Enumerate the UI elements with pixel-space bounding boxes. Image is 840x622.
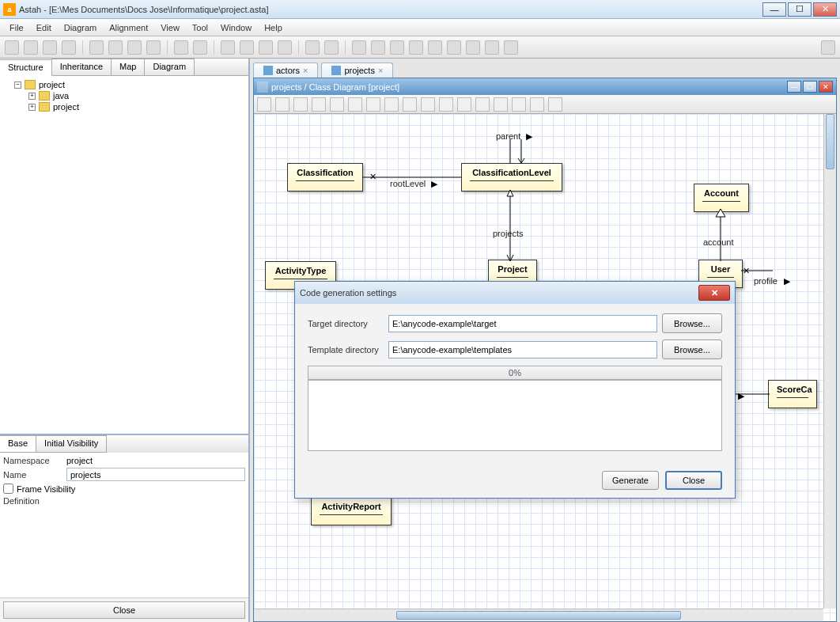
assoc-tool-icon[interactable]	[348, 97, 362, 112]
class-activity-report[interactable]: ActivityReport	[311, 497, 392, 525]
target-dir-input[interactable]	[388, 315, 657, 332]
main-toolbar	[0, 36, 840, 59]
aggregate-tool-icon[interactable]	[421, 97, 435, 112]
class-scorecard[interactable]: ScoreCa	[768, 380, 817, 408]
arrow-icon: ▶	[784, 276, 790, 286]
note-tool-icon[interactable]	[330, 97, 344, 112]
assoc-label-account: account	[703, 237, 734, 247]
class-account[interactable]: Account	[694, 184, 749, 212]
connector-tool-icon[interactable]	[475, 97, 490, 112]
dialog-titlebar[interactable]: Code generation settings ✕	[295, 282, 735, 304]
log-output[interactable]	[308, 380, 722, 451]
port-tool-icon[interactable]	[457, 97, 471, 112]
menu-view[interactable]: View	[154, 21, 186, 34]
class-classification[interactable]: Classification	[287, 163, 363, 192]
depend-tool-icon[interactable]	[366, 97, 380, 112]
zoom-icon[interactable]	[221, 40, 235, 55]
tab-diagram[interactable]: Diagram	[144, 59, 195, 75]
tab-inheritance[interactable]: Inheritance	[51, 59, 112, 75]
align-v-icon[interactable]	[390, 40, 404, 55]
menu-help[interactable]: Help	[258, 21, 289, 34]
generate-button[interactable]: Generate	[602, 471, 659, 490]
doc-tab-projects[interactable]: projects ×	[321, 63, 393, 78]
menu-tool[interactable]: Tool	[186, 21, 214, 34]
class-tool-icon[interactable]	[275, 97, 289, 112]
props-close-button[interactable]: Close	[3, 601, 245, 619]
class-label: ActivityType	[275, 266, 327, 275]
class-classification-level[interactable]: ClassificationLevel	[461, 163, 562, 192]
template-dir-input[interactable]	[388, 341, 657, 358]
distribute-icon[interactable]	[409, 40, 423, 55]
realize-tool-icon[interactable]	[403, 97, 417, 112]
diagram-minimize-button[interactable]: —	[787, 81, 801, 93]
browse-target-button[interactable]: Browse...	[662, 313, 722, 333]
package-tool-icon[interactable]	[293, 97, 308, 112]
new-icon[interactable]	[5, 40, 19, 55]
dialog-close-button[interactable]: ✕	[698, 285, 730, 301]
ungroup-icon[interactable]	[504, 40, 518, 55]
tab-base[interactable]: Base	[0, 435, 36, 453]
collapse-icon[interactable]: −	[14, 82, 21, 89]
align-h-icon[interactable]	[371, 40, 385, 55]
line-icon[interactable]	[447, 40, 461, 55]
fit-icon[interactable]	[278, 40, 292, 55]
expand-icon[interactable]: +	[28, 93, 36, 100]
image-tool-icon[interactable]	[548, 97, 562, 112]
text-tool-icon[interactable]	[494, 97, 508, 112]
tab-structure[interactable]: Structure	[0, 59, 52, 76]
tree-item[interactable]: + java	[3, 90, 245, 101]
paste-icon[interactable]	[108, 40, 123, 55]
diagram-close-button[interactable]: ✕	[819, 81, 833, 93]
assoc-label-parent: parent	[496, 131, 520, 141]
menu-file[interactable]: File	[3, 21, 30, 34]
menu-diagram[interactable]: Diagram	[58, 21, 104, 34]
doc-tab-actors[interactable]: actors ×	[253, 63, 318, 78]
tree-root[interactable]: − project	[3, 79, 245, 90]
browse-template-button[interactable]: Browse...	[662, 339, 722, 359]
maximize-button[interactable]: ☐	[788, 2, 812, 17]
save-icon[interactable]	[43, 40, 57, 55]
composite-tool-icon[interactable]	[439, 97, 453, 112]
navigate-back-icon[interactable]	[305, 40, 320, 55]
undo-icon[interactable]	[174, 40, 188, 55]
dialog-close-action-button[interactable]: Close	[665, 471, 722, 490]
vertical-scrollbar[interactable]	[823, 114, 836, 609]
diagram-maximize-button[interactable]: ☐	[803, 81, 817, 93]
tab-close-icon[interactable]: ×	[303, 66, 308, 75]
zoom-out-icon[interactable]	[259, 40, 273, 55]
frame-visibility-checkbox[interactable]	[3, 484, 13, 494]
menu-edit[interactable]: Edit	[30, 21, 58, 34]
interface-tool-icon[interactable]	[312, 97, 326, 112]
tab-close-icon[interactable]: ×	[378, 66, 383, 75]
print-icon[interactable]	[62, 40, 76, 55]
copy-icon[interactable]	[89, 40, 104, 55]
left-panel: Structure Inheritance Map Diagram − proj…	[0, 59, 250, 622]
generalize-tool-icon[interactable]	[384, 97, 399, 112]
cut-icon[interactable]	[127, 40, 142, 55]
align-icon[interactable]	[352, 40, 366, 55]
class-label: Account	[704, 188, 739, 198]
open-icon[interactable]	[24, 40, 38, 55]
tree-item[interactable]: + project	[3, 101, 245, 112]
menu-window[interactable]: Window	[214, 21, 258, 34]
duplicate-icon[interactable]	[146, 40, 161, 55]
name-input[interactable]	[66, 468, 245, 481]
minimize-button[interactable]: —	[762, 2, 786, 17]
arrow-icon[interactable]	[466, 40, 480, 55]
line-tool-icon[interactable]	[530, 97, 544, 112]
menu-alignment[interactable]: Alignment	[103, 21, 154, 34]
horizontal-scrollbar[interactable]	[254, 609, 823, 621]
zoom-in-icon[interactable]	[240, 40, 254, 55]
color-icon[interactable]	[428, 40, 442, 55]
navigate-fwd-icon[interactable]	[324, 40, 339, 55]
rect-tool-icon[interactable]	[512, 97, 526, 112]
project-tree[interactable]: − project + java + project	[0, 76, 248, 435]
tab-initial-visibility[interactable]: Initial Visibility	[36, 435, 107, 453]
close-button[interactable]: ✕	[813, 2, 837, 17]
redo-icon[interactable]	[193, 40, 207, 55]
help-icon[interactable]	[821, 40, 835, 55]
expand-icon[interactable]: +	[28, 104, 36, 111]
tab-map[interactable]: Map	[111, 59, 145, 75]
select-tool-icon[interactable]	[257, 97, 271, 112]
group-icon[interactable]	[485, 40, 499, 55]
